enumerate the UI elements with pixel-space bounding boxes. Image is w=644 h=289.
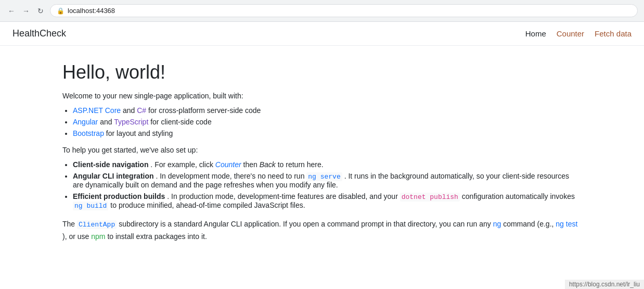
built-with-list: ASP.NET Core and C# for cross-platform s… <box>73 106 582 137</box>
lock-icon: 🔒 <box>57 7 65 15</box>
counter-link-inline[interactable]: Counter <box>215 160 241 169</box>
nav-link-counter[interactable]: Counter <box>557 29 584 38</box>
features-list: Client-side navigation . For example, cl… <box>73 160 582 210</box>
feature-angular-cli: Angular CLI integration . In development… <box>73 172 582 189</box>
typescript-link[interactable]: TypeScript <box>114 118 148 126</box>
navbar: HealthCheck Home Counter Fetch data <box>0 22 644 46</box>
intro-text: Welcome to your new single-page applicat… <box>62 92 582 100</box>
refresh-button[interactable]: ↻ <box>35 6 46 16</box>
address-bar[interactable]: 🔒 localhost:44368 <box>50 4 638 17</box>
url-text: localhost:44368 <box>68 7 115 15</box>
ng-test-link[interactable]: ng test <box>556 220 577 228</box>
navbar-nav: Home Counter Fetch data <box>525 29 632 38</box>
help-intro: To help you get started, we've also set … <box>62 146 582 154</box>
footer-paragraph: The ClientApp subdirectory is a standard… <box>62 218 582 242</box>
bootstrap-link[interactable]: Bootstrap <box>73 129 104 137</box>
csharp-link[interactable]: C# <box>137 106 146 115</box>
forward-button[interactable]: → <box>21 6 31 16</box>
clientapp-code: ClientApp <box>77 220 117 229</box>
browser-chrome: ← → ↻ 🔒 localhost:44368 <box>0 0 644 22</box>
feature-prod-builds: Efficient production builds . In product… <box>73 192 582 210</box>
list-item-aspnet: ASP.NET Core and C# for cross-platform s… <box>73 106 582 115</box>
list-item-angular: Angular and TypeScript for client-side c… <box>73 118 582 126</box>
back-button[interactable]: ← <box>6 6 17 16</box>
page-heading: Hello, world! <box>62 61 582 83</box>
npm-link[interactable]: npm <box>91 232 105 241</box>
aspnet-core-link[interactable]: ASP.NET Core <box>73 106 121 115</box>
ng-serve-code: ng serve <box>306 172 342 181</box>
feature-client-nav: Client-side navigation . For example, cl… <box>73 160 582 169</box>
nav-link-home[interactable]: Home <box>525 29 546 38</box>
dotnet-publish-code: dotnet publish <box>400 193 460 202</box>
angular-link[interactable]: Angular <box>73 118 98 126</box>
list-item-bootstrap: Bootstrap for layout and styling <box>73 129 582 137</box>
main-content: Hello, world! Welcome to your new single… <box>0 46 644 263</box>
ng-link[interactable]: ng <box>493 220 501 228</box>
nav-link-fetch-data[interactable]: Fetch data <box>595 29 632 38</box>
navbar-brand[interactable]: HealthCheck <box>12 28 66 39</box>
ng-build-code: ng build <box>73 202 108 210</box>
